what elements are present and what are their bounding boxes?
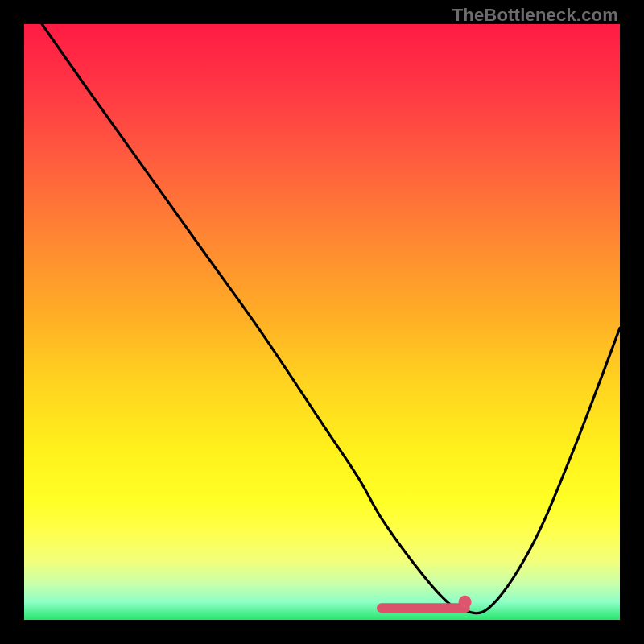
curve-layer	[24, 24, 620, 620]
watermark-text: TheBottleneck.com	[452, 5, 618, 26]
chart-frame: TheBottleneck.com	[0, 0, 644, 644]
plot-area	[24, 24, 620, 620]
bottleneck-curve	[42, 24, 620, 613]
optimal-marker	[459, 596, 472, 609]
